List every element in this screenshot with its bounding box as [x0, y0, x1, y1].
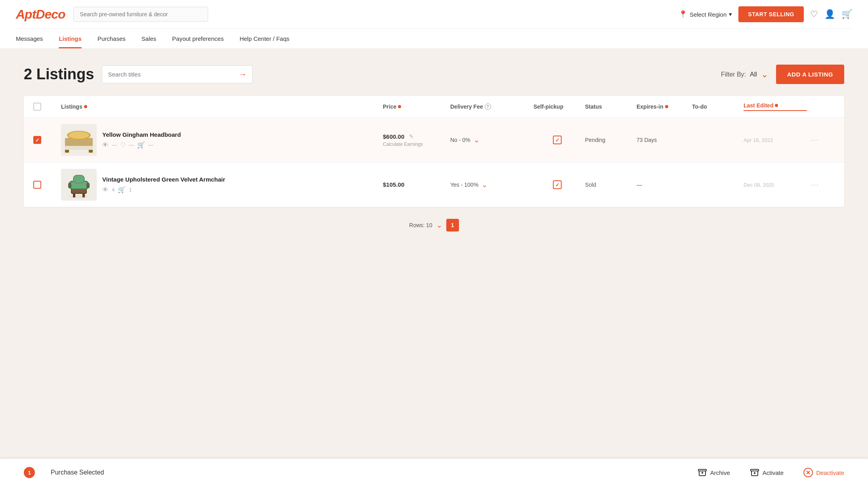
row1-date: Apr 18, 2022: [744, 137, 807, 143]
row1-expires: 73 Days: [637, 137, 688, 143]
svg-point-6: [69, 195, 89, 198]
row1-calculate[interactable]: Calculate Earnings: [383, 142, 446, 147]
header: AptDeco 📍 Select Region ▾ START SELLING …: [0, 0, 868, 49]
row1-more-icon[interactable]: ···: [811, 136, 835, 144]
nav-listings[interactable]: Listings: [59, 29, 82, 48]
delivery-help-icon[interactable]: ?: [485, 103, 491, 110]
listings-dot: [84, 105, 87, 108]
search-titles-box: →: [102, 65, 252, 83]
select-all-checkbox[interactable]: [33, 103, 41, 111]
header-top: AptDeco 📍 Select Region ▾ START SELLING …: [16, 0, 852, 29]
row2-selfpickup-cell: [533, 180, 581, 189]
row1-edit-icon[interactable]: ✎: [409, 133, 414, 140]
row2-views: 4: [112, 187, 115, 193]
deactivate-circle-icon: [803, 468, 813, 477]
activate-label: Activate: [763, 469, 784, 476]
row2-carts: 1: [129, 187, 132, 193]
page-number[interactable]: 1: [446, 219, 459, 232]
main-content: 2 Listings → Filter By: All ⌄ ADD A LIST…: [0, 49, 868, 259]
row2-selfpickup-checkbox[interactable]: [553, 180, 562, 189]
archive-label: Archive: [710, 469, 730, 476]
pagination: Rows: 10 ⌄ 1: [24, 207, 844, 243]
deactivate-label: Deactivate: [816, 469, 844, 476]
row1-saves: —: [129, 142, 134, 148]
row1-delivery: No - 0%: [450, 137, 470, 143]
global-search-input[interactable]: [73, 7, 208, 22]
header-right: 📍 Select Region ▾ START SELLING ♡ 👤 🛒: [679, 6, 852, 22]
activate-action[interactable]: Activate: [750, 468, 784, 477]
col-listings: Listings: [61, 103, 379, 110]
row1-checkbox[interactable]: [33, 136, 41, 144]
row2-expires: —: [637, 182, 688, 188]
rows-chevron-icon[interactable]: ⌄: [436, 221, 442, 230]
chevron-down-icon: ▾: [729, 11, 732, 18]
col-selfpickup: Self-pickup: [533, 103, 581, 110]
nav-purchases[interactable]: Purchases: [98, 29, 126, 48]
row1-delivery-chevron-icon[interactable]: ⌄: [474, 136, 480, 144]
header-icons: ♡ 👤 🛒: [810, 9, 852, 19]
row2-eye-icon: 👁: [102, 186, 109, 193]
filter-chevron-icon[interactable]: ⌄: [761, 69, 768, 80]
table-header: Listings Price Delivery Fee ? Self-picku…: [24, 96, 844, 118]
search-titles-input[interactable]: [108, 71, 235, 78]
bottom-actions: Archive Activate Deactivate: [698, 468, 844, 477]
filter-section: Filter By: All ⌄: [721, 69, 768, 80]
row1-delivery-cell: No - 0% ⌄: [450, 136, 530, 144]
search-arrow-icon[interactable]: →: [239, 70, 247, 79]
row2-listing-info: Vintage Upholstered Green Velvet Armchai…: [102, 176, 225, 193]
nav-help[interactable]: Help Center / Faqs: [239, 29, 289, 48]
col-status: Status: [585, 103, 633, 110]
purchase-selected-label[interactable]: Purchase Selected: [51, 469, 104, 476]
table-row: Vintage Upholstered Green Velvet Armchai…: [24, 163, 844, 207]
wishlist-icon[interactable]: ♡: [810, 9, 818, 19]
svg-rect-19: [751, 469, 759, 471]
region-label: Select Region: [690, 11, 727, 18]
archive-action[interactable]: Archive: [698, 468, 730, 477]
expires-dot: [665, 105, 668, 108]
start-selling-button[interactable]: START SELLING: [738, 6, 804, 22]
row1-selfpickup-checkbox[interactable]: [553, 136, 562, 144]
row2-title: Vintage Upholstered Green Velvet Armchai…: [102, 176, 225, 183]
pin-icon: 📍: [679, 10, 687, 19]
activate-icon: [750, 468, 759, 477]
selected-count-badge: 1: [24, 467, 35, 478]
row1-heart-icon: ♡: [120, 141, 126, 149]
row2-more-icon[interactable]: ···: [811, 181, 835, 189]
svg-rect-14: [68, 183, 71, 188]
nav-messages[interactable]: Messages: [16, 29, 43, 48]
logo[interactable]: AptDeco: [16, 7, 65, 22]
region-select[interactable]: 📍 Select Region ▾: [679, 10, 732, 19]
filter-label: Filter By:: [721, 71, 746, 78]
last-edited-dot: [775, 104, 778, 107]
nav-sales[interactable]: Sales: [141, 29, 157, 48]
row2-price-cell: $105.00: [383, 181, 446, 188]
nav-payout[interactable]: Payout preferences: [172, 29, 224, 48]
svg-rect-5: [65, 146, 93, 150]
listings-header: 2 Listings → Filter By: All ⌄ ADD A LIST…: [24, 65, 844, 84]
row2-delivery: Yes - 100%: [450, 182, 478, 188]
price-dot: [398, 105, 401, 108]
svg-rect-15: [86, 183, 90, 188]
col-delivery: Delivery Fee ?: [450, 103, 530, 110]
svg-rect-18: [698, 469, 706, 471]
headboard-image: [63, 126, 95, 154]
row1-views: —: [112, 142, 117, 148]
row2-status: Sold: [585, 182, 633, 188]
account-icon[interactable]: 👤: [824, 9, 835, 19]
row1-price: $600.00: [383, 133, 404, 140]
row1-carts: —: [148, 142, 153, 148]
row1-eye-icon: 👁: [102, 142, 109, 149]
main-nav: Messages Listings Purchases Sales Payout…: [16, 29, 852, 48]
row2-delivery-chevron-icon[interactable]: ⌄: [482, 180, 488, 189]
row1-icons: 👁 — ♡ — 🛒 —: [102, 141, 181, 149]
deactivate-action[interactable]: Deactivate: [803, 468, 844, 477]
row1-listing-cell: Yellow Gingham Headboard 👁 — ♡ — 🛒 —: [61, 124, 379, 156]
row2-price: $105.00: [383, 181, 404, 188]
add-listing-button[interactable]: ADD A LISTING: [776, 65, 844, 84]
row1-title: Yellow Gingham Headboard: [102, 131, 181, 138]
filter-value: All: [750, 71, 757, 78]
row2-checkbox[interactable]: [33, 181, 41, 189]
col-last-edited: Last Edited: [744, 102, 807, 111]
armchair-image: [63, 171, 95, 199]
cart-icon[interactable]: 🛒: [841, 9, 852, 19]
